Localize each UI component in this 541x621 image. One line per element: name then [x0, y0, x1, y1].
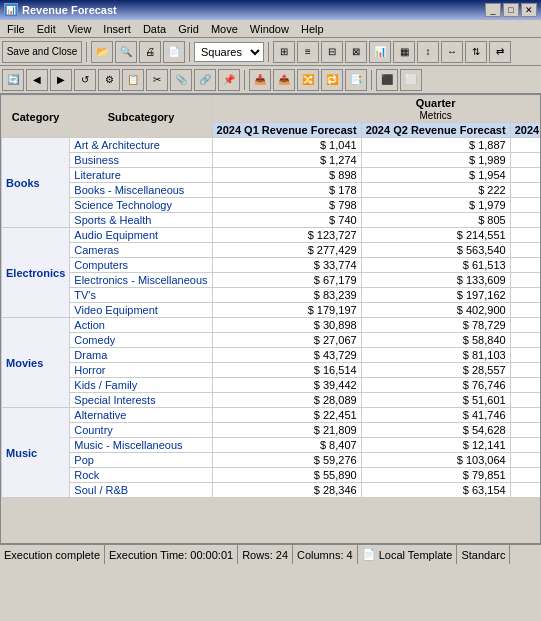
cell-q3: $ 169,199 — [510, 228, 541, 243]
cell-q1: $ 1,041 — [212, 138, 361, 153]
cell-subcategory: Books - Miscellaneous — [70, 183, 212, 198]
search-button[interactable]: 🔍 — [115, 41, 137, 63]
tb-btn2[interactable]: ≡ — [297, 41, 319, 63]
cell-q3: $ 48,571 — [510, 348, 541, 363]
status-standard: Standarc — [457, 545, 510, 564]
save-close-button[interactable]: Save and Close — [2, 41, 82, 63]
cell-q3: $ 319,642 — [510, 243, 541, 258]
cell-subcategory: Comedy — [70, 333, 212, 348]
tb2-btn4[interactable]: ↺ — [74, 69, 96, 91]
header-q1: 2024 Q1 Revenue Forecast — [212, 123, 361, 138]
tb2-btn11[interactable]: 📥 — [249, 69, 271, 91]
menu-data[interactable]: Data — [138, 22, 171, 36]
tb2-btn5[interactable]: ⚙ — [98, 69, 120, 91]
cell-q2: $ 103,064 — [361, 453, 510, 468]
cell-q3: $ 79,078 — [510, 453, 541, 468]
header-subcategory: Subcategory — [70, 96, 212, 138]
header-quarter: QuarterMetrics — [212, 96, 541, 123]
tb2-btn13[interactable]: 🔀 — [297, 69, 319, 91]
table-row: TV's$ 83,239$ 197,162$ 133,199 — [2, 288, 542, 303]
status-execution: Execution complete — [0, 545, 105, 564]
cell-q3: $ 33,447 — [510, 408, 541, 423]
table-row: Sports & Health$ 740$ 805$ 712 — [2, 213, 542, 228]
tb-btn4[interactable]: ⊠ — [345, 41, 367, 63]
view-combo[interactable]: Squares List — [194, 42, 264, 62]
cell-subcategory: Soul / R&B — [70, 483, 212, 498]
cell-q2: $ 61,513 — [361, 258, 510, 273]
tb2-btn17[interactable]: ⬜ — [400, 69, 422, 91]
cell-q2: $ 51,601 — [361, 393, 510, 408]
tb2-btn8[interactable]: 📎 — [170, 69, 192, 91]
tb2-btn3[interactable]: ▶ — [50, 69, 72, 91]
menu-insert[interactable]: Insert — [98, 22, 136, 36]
menu-file[interactable]: File — [2, 22, 30, 36]
menu-view[interactable]: View — [63, 22, 97, 36]
toolbar1: Save and Close 📂 🔍 🖨 📄 Squares List ⊞ ≡ … — [0, 38, 541, 66]
print-button[interactable]: 🖨 — [139, 41, 161, 63]
tb-btn8[interactable]: ↔ — [441, 41, 463, 63]
cell-q1: $ 33,774 — [212, 258, 361, 273]
tb-btn6[interactable]: ▦ — [393, 41, 415, 63]
cell-category: Music — [2, 408, 70, 498]
tb-btn10[interactable]: ⇄ — [489, 41, 511, 63]
tb2-btn7[interactable]: ✂ — [146, 69, 168, 91]
tb-btn1[interactable]: ⊞ — [273, 41, 295, 63]
menu-edit[interactable]: Edit — [32, 22, 61, 36]
table-row: Music - Miscellaneous$ 8,407$ 12,141$ 9,… — [2, 438, 542, 453]
tb-btn5[interactable]: 📊 — [369, 41, 391, 63]
cell-q1: $ 8,407 — [212, 438, 361, 453]
cell-q3: $ 31,635 — [510, 393, 541, 408]
tb2-btn2[interactable]: ◀ — [26, 69, 48, 91]
cell-subcategory: Cameras — [70, 243, 212, 258]
cell-q2: $ 402,900 — [361, 303, 510, 318]
menu-window[interactable]: Window — [245, 22, 294, 36]
table-row: Horror$ 16,514$ 28,557$ 21,036 — [2, 363, 542, 378]
menu-help[interactable]: Help — [296, 22, 329, 36]
tb2-sep1 — [244, 70, 245, 90]
header-category: Category — [2, 96, 70, 138]
close-button[interactable]: ✕ — [521, 3, 537, 17]
cell-subcategory: Drama — [70, 348, 212, 363]
table-row: Cameras$ 277,429$ 563,540$ 319,642 — [2, 243, 542, 258]
tb2-btn15[interactable]: 📑 — [345, 69, 367, 91]
open-button[interactable]: 📂 — [91, 41, 113, 63]
cell-q2: $ 1,954 — [361, 168, 510, 183]
cell-q2: $ 1,887 — [361, 138, 510, 153]
table-row: Comedy$ 27,067$ 58,840$ 40,427 — [2, 333, 542, 348]
tb-btn9[interactable]: ⇅ — [465, 41, 487, 63]
status-bar: Execution complete Execution Time: 00:00… — [0, 544, 541, 564]
tb2-btn9[interactable]: 🔗 — [194, 69, 216, 91]
cell-category: Books — [2, 138, 70, 228]
cell-q1: $ 83,239 — [212, 288, 361, 303]
main-table-container[interactable]: Category Subcategory QuarterMetrics 2024… — [0, 94, 541, 544]
app-icon: 📊 — [4, 3, 18, 17]
header-q3: 2024 Q3 Revenue Forecast — [510, 123, 541, 138]
cell-q2: $ 63,154 — [361, 483, 510, 498]
tb2-btn14[interactable]: 🔁 — [321, 69, 343, 91]
tb2-btn12[interactable]: 📤 — [273, 69, 295, 91]
cell-q2: $ 58,840 — [361, 333, 510, 348]
cell-subcategory: Special Interests — [70, 393, 212, 408]
tb-btn3[interactable]: ⊟ — [321, 41, 343, 63]
tb-btn7[interactable]: ↕ — [417, 41, 439, 63]
cell-subcategory: Computers — [70, 258, 212, 273]
minimize-button[interactable]: _ — [485, 3, 501, 17]
cell-q1: $ 67,179 — [212, 273, 361, 288]
cell-q3: $ 888 — [510, 198, 541, 213]
status-rows: Rows: 24 — [238, 545, 293, 564]
preview-button[interactable]: 📄 — [163, 41, 185, 63]
tb2-btn1[interactable]: 🔄 — [2, 69, 24, 91]
tb2-btn6[interactable]: 📋 — [122, 69, 144, 91]
maximize-button[interactable]: □ — [503, 3, 519, 17]
menu-move[interactable]: Move — [206, 22, 243, 36]
cell-subcategory: Music - Miscellaneous — [70, 438, 212, 453]
separator3 — [268, 42, 269, 62]
tb2-btn10[interactable]: 📌 — [218, 69, 240, 91]
tb2-btn16[interactable]: ⬛ — [376, 69, 398, 91]
table-row: Soul / R&B$ 28,346$ 63,154$ 42,593 — [2, 483, 542, 498]
table-row: Special Interests$ 28,089$ 51,601$ 31,63… — [2, 393, 542, 408]
menu-grid[interactable]: Grid — [173, 22, 204, 36]
status-template[interactable]: 📄 Local Template — [358, 545, 458, 564]
cell-q2: $ 805 — [361, 213, 510, 228]
cell-q3: $ 1,148 — [510, 168, 541, 183]
